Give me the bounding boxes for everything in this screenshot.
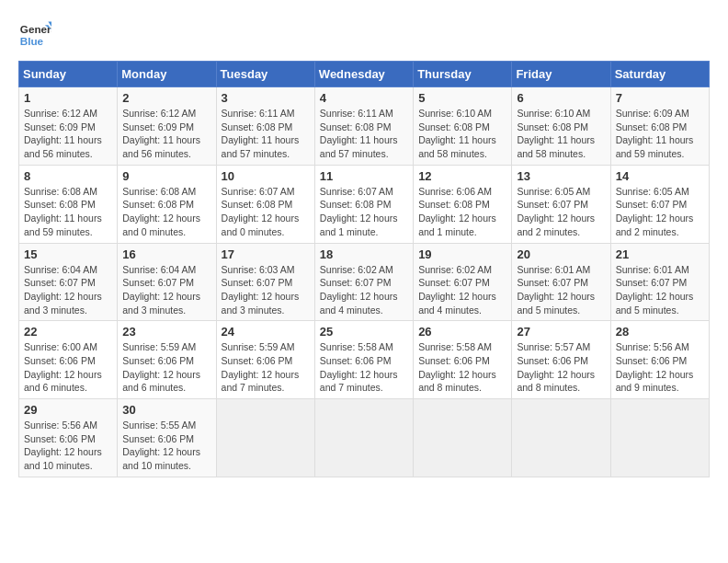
- day-info: Sunrise: 6:09 AM Sunset: 6:08 PM Dayligh…: [616, 107, 704, 161]
- day-info: Sunrise: 6:03 AM Sunset: 6:07 PM Dayligh…: [222, 263, 310, 317]
- day-info: Sunrise: 6:11 AM Sunset: 6:08 PM Dayligh…: [320, 107, 408, 161]
- calendar-cell: 24Sunrise: 5:59 AM Sunset: 6:06 PM Dayli…: [216, 321, 314, 399]
- day-number: 22: [24, 325, 112, 339]
- calendar-cell: 23Sunrise: 5:59 AM Sunset: 6:06 PM Dayli…: [118, 321, 216, 399]
- calendar-cell: [314, 399, 413, 477]
- day-info: Sunrise: 6:12 AM Sunset: 6:09 PM Dayligh…: [122, 107, 210, 161]
- calendar-cell: [512, 399, 610, 477]
- day-number: 14: [616, 169, 704, 183]
- calendar-cell: 29Sunrise: 5:56 AM Sunset: 6:06 PM Dayli…: [19, 399, 118, 477]
- calendar-cell: [610, 399, 709, 477]
- calendar-cell: [414, 399, 512, 477]
- day-info: Sunrise: 6:05 AM Sunset: 6:07 PM Dayligh…: [616, 185, 704, 239]
- day-number: 18: [320, 247, 408, 261]
- day-info: Sunrise: 5:56 AM Sunset: 6:06 PM Dayligh…: [616, 340, 704, 395]
- calendar-cell: 8Sunrise: 6:08 AM Sunset: 6:08 PM Daylig…: [19, 165, 118, 243]
- day-info: Sunrise: 6:08 AM Sunset: 6:08 PM Dayligh…: [24, 185, 112, 239]
- day-info: Sunrise: 6:02 AM Sunset: 6:07 PM Dayligh…: [320, 263, 408, 317]
- calendar-cell: 16Sunrise: 6:04 AM Sunset: 6:07 PM Dayli…: [118, 243, 216, 321]
- day-number: 11: [320, 169, 408, 183]
- svg-text:General: General: [20, 23, 51, 35]
- calendar-cell: 15Sunrise: 6:04 AM Sunset: 6:07 PM Dayli…: [19, 243, 118, 321]
- header-cell-monday: Monday: [118, 62, 216, 87]
- day-number: 13: [517, 169, 605, 183]
- calendar-table: SundayMondayTuesdayWednesdayThursdayFrid…: [18, 61, 710, 477]
- day-number: 10: [222, 169, 310, 183]
- day-number: 15: [24, 247, 112, 261]
- day-number: 7: [616, 91, 704, 105]
- calendar-cell: 11Sunrise: 6:07 AM Sunset: 6:08 PM Dayli…: [314, 165, 413, 243]
- day-info: Sunrise: 6:04 AM Sunset: 6:07 PM Dayligh…: [24, 263, 112, 317]
- day-number: 20: [517, 247, 605, 261]
- calendar-cell: 30Sunrise: 5:55 AM Sunset: 6:06 PM Dayli…: [118, 399, 216, 477]
- calendar-cell: 28Sunrise: 5:56 AM Sunset: 6:06 PM Dayli…: [610, 321, 709, 399]
- calendar-cell: 22Sunrise: 6:00 AM Sunset: 6:06 PM Dayli…: [19, 321, 118, 399]
- day-number: 5: [418, 91, 506, 105]
- header: General Blue: [18, 18, 710, 52]
- day-info: Sunrise: 6:02 AM Sunset: 6:07 PM Dayligh…: [418, 263, 506, 317]
- calendar-cell: 17Sunrise: 6:03 AM Sunset: 6:07 PM Dayli…: [216, 243, 314, 321]
- calendar-cell: 12Sunrise: 6:06 AM Sunset: 6:08 PM Dayli…: [414, 165, 512, 243]
- svg-text:Blue: Blue: [20, 35, 44, 47]
- calendar-cell: 21Sunrise: 6:01 AM Sunset: 6:07 PM Dayli…: [610, 243, 709, 321]
- calendar-cell: 27Sunrise: 5:57 AM Sunset: 6:06 PM Dayli…: [512, 321, 610, 399]
- calendar-cell: 18Sunrise: 6:02 AM Sunset: 6:07 PM Dayli…: [314, 243, 413, 321]
- day-number: 30: [122, 403, 210, 417]
- header-cell-thursday: Thursday: [414, 62, 512, 87]
- day-number: 19: [418, 247, 506, 261]
- calendar-cell: 26Sunrise: 5:58 AM Sunset: 6:06 PM Dayli…: [414, 321, 512, 399]
- header-cell-sunday: Sunday: [19, 62, 118, 87]
- day-number: 2: [122, 91, 210, 105]
- calendar-cell: 19Sunrise: 6:02 AM Sunset: 6:07 PM Dayli…: [414, 243, 512, 321]
- week-row-5: 29Sunrise: 5:56 AM Sunset: 6:06 PM Dayli…: [19, 399, 710, 477]
- day-number: 21: [616, 247, 704, 261]
- day-info: Sunrise: 5:59 AM Sunset: 6:06 PM Dayligh…: [222, 340, 310, 395]
- day-number: 16: [122, 247, 210, 261]
- week-row-1: 1Sunrise: 6:12 AM Sunset: 6:09 PM Daylig…: [19, 87, 710, 166]
- header-row: SundayMondayTuesdayWednesdayThursdayFrid…: [19, 62, 710, 87]
- day-number: 1: [24, 91, 112, 105]
- calendar-cell: 5Sunrise: 6:10 AM Sunset: 6:08 PM Daylig…: [414, 87, 512, 166]
- day-info: Sunrise: 6:04 AM Sunset: 6:07 PM Dayligh…: [122, 263, 210, 317]
- day-number: 4: [320, 91, 408, 105]
- calendar-cell: 3Sunrise: 6:11 AM Sunset: 6:08 PM Daylig…: [216, 87, 314, 166]
- day-number: 23: [122, 325, 210, 339]
- day-number: 29: [24, 403, 112, 417]
- week-row-4: 22Sunrise: 6:00 AM Sunset: 6:06 PM Dayli…: [19, 321, 710, 399]
- calendar-cell: 2Sunrise: 6:12 AM Sunset: 6:09 PM Daylig…: [118, 87, 216, 166]
- week-row-3: 15Sunrise: 6:04 AM Sunset: 6:07 PM Dayli…: [19, 243, 710, 321]
- day-info: Sunrise: 6:11 AM Sunset: 6:08 PM Dayligh…: [222, 107, 310, 161]
- header-cell-tuesday: Tuesday: [216, 62, 314, 87]
- day-number: 28: [616, 325, 704, 339]
- calendar-cell: 1Sunrise: 6:12 AM Sunset: 6:09 PM Daylig…: [19, 87, 118, 166]
- day-number: 6: [517, 91, 605, 105]
- calendar-cell: 25Sunrise: 5:58 AM Sunset: 6:06 PM Dayli…: [314, 321, 413, 399]
- day-number: 12: [418, 169, 506, 183]
- day-info: Sunrise: 5:57 AM Sunset: 6:06 PM Dayligh…: [517, 340, 605, 395]
- day-number: 9: [122, 169, 210, 183]
- day-number: 17: [222, 247, 310, 261]
- day-number: 25: [320, 325, 408, 339]
- day-info: Sunrise: 6:01 AM Sunset: 6:07 PM Dayligh…: [517, 263, 605, 317]
- header-cell-friday: Friday: [512, 62, 610, 87]
- day-info: Sunrise: 5:59 AM Sunset: 6:06 PM Dayligh…: [122, 340, 210, 395]
- day-info: Sunrise: 6:12 AM Sunset: 6:09 PM Dayligh…: [24, 107, 112, 161]
- calendar-cell: 4Sunrise: 6:11 AM Sunset: 6:08 PM Daylig…: [314, 87, 413, 166]
- day-info: Sunrise: 6:08 AM Sunset: 6:08 PM Dayligh…: [122, 185, 210, 239]
- day-number: 26: [418, 325, 506, 339]
- day-info: Sunrise: 6:07 AM Sunset: 6:08 PM Dayligh…: [222, 185, 310, 239]
- calendar-cell: 7Sunrise: 6:09 AM Sunset: 6:08 PM Daylig…: [610, 87, 709, 166]
- calendar-cell: 9Sunrise: 6:08 AM Sunset: 6:08 PM Daylig…: [118, 165, 216, 243]
- day-info: Sunrise: 6:00 AM Sunset: 6:06 PM Dayligh…: [24, 340, 112, 395]
- day-info: Sunrise: 5:55 AM Sunset: 6:06 PM Dayligh…: [122, 419, 210, 473]
- logo: General Blue: [18, 18, 55, 52]
- calendar-cell: 14Sunrise: 6:05 AM Sunset: 6:07 PM Dayli…: [610, 165, 709, 243]
- day-info: Sunrise: 6:10 AM Sunset: 6:08 PM Dayligh…: [517, 107, 605, 161]
- day-info: Sunrise: 6:05 AM Sunset: 6:07 PM Dayligh…: [517, 185, 605, 239]
- day-info: Sunrise: 5:58 AM Sunset: 6:06 PM Dayligh…: [320, 340, 408, 395]
- calendar-cell: [216, 399, 314, 477]
- header-cell-wednesday: Wednesday: [314, 62, 413, 87]
- logo-icon: General Blue: [18, 18, 51, 52]
- day-number: 3: [222, 91, 310, 105]
- week-row-2: 8Sunrise: 6:08 AM Sunset: 6:08 PM Daylig…: [19, 165, 710, 243]
